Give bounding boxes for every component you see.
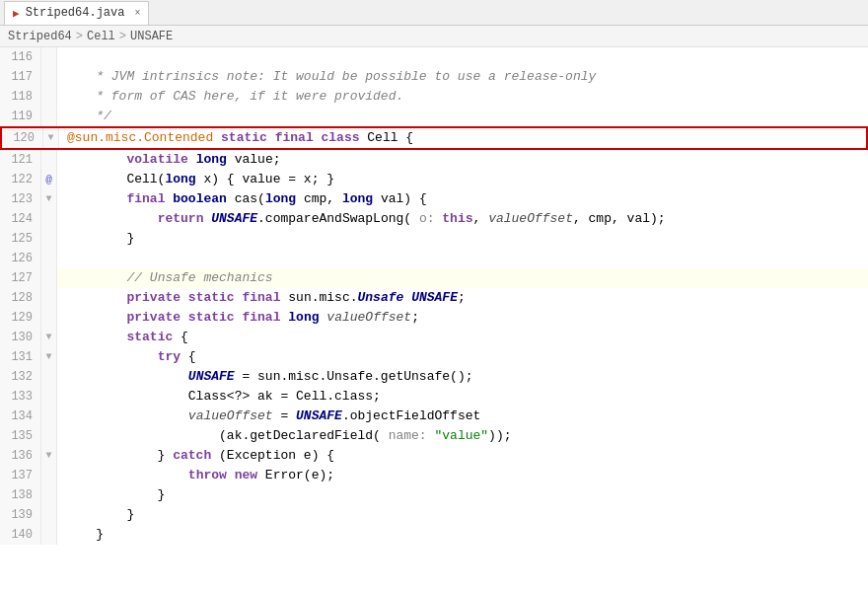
breadcrumb-part3[interactable]: UNSAFE [130,30,173,43]
table-row: 117 * JVM intrinsics note: It would be p… [0,67,868,87]
line-number: 121 [0,150,41,170]
gutter-118 [41,87,57,107]
line-number: 116 [0,47,41,67]
table-row: 128 private static final sun.misc.Unsafe… [0,288,868,308]
line-number: 138 [0,485,41,505]
code-content-130: static { [57,328,868,347]
code-content-137: throw new Error(e); [57,466,868,485]
line-number: 137 [0,466,41,485]
table-row: 119 */ [0,107,868,126]
code-content-120: @sun.misc.Contended static final class C… [59,128,866,148]
code-content-123: final boolean cas(long cmp, long val) { [57,189,868,209]
code-content-124: return UNSAFE.compareAndSwapLong( o: thi… [57,209,868,229]
fold-icon[interactable]: ▼ [45,189,51,209]
gutter-122: @ [41,170,57,189]
fold-icon[interactable]: ▼ [45,328,51,347]
table-row: 126 [0,249,868,268]
gutter-139 [41,505,57,525]
code-content-139: } [57,505,868,525]
code-content-122: Cell(long x) { value = x; } [57,170,868,189]
table-row: 140 } [0,525,868,545]
gutter-117 [41,67,57,87]
fold-icon[interactable]: ▼ [45,347,51,367]
line-number: 129 [0,308,41,328]
table-row: 125 } [0,229,868,249]
gutter-134 [41,407,57,426]
table-row: 116 [0,47,868,67]
table-row: 133 Class<?> ak = Cell.class; [0,387,868,407]
code-content-116 [57,47,868,67]
code-content-133: Class<?> ak = Cell.class; [57,387,868,407]
code-content-128: private static final sun.misc.Unsafe UNS… [57,288,868,308]
gutter-136: ▼ [41,446,57,466]
line-number: 125 [0,229,41,249]
file-tab[interactable]: ▶ Striped64.java × [4,1,149,25]
gutter-121 [41,150,57,170]
line-number: 134 [0,407,41,426]
table-row: 122 @ Cell(long x) { value = x; } [0,170,868,189]
code-content-121: volatile long value; [57,150,868,170]
code-content-132: UNSAFE = sun.misc.Unsafe.getUnsafe(); [57,367,868,387]
code-content-127: // Unsafe mechanics [57,268,868,288]
code-content-119: */ [57,107,868,126]
line-number: 126 [0,249,41,268]
code-content-136: } catch (Exception e) { [57,446,868,466]
line-number: 128 [0,288,41,308]
table-row: 132 UNSAFE = sun.misc.Unsafe.getUnsafe()… [0,367,868,387]
code-content-138: } [57,485,868,505]
breadcrumb-sep2: > [119,30,126,43]
gutter-133 [41,387,57,407]
table-row: 123 ▼ final boolean cas(long cmp, long v… [0,189,868,209]
table-row: 136 ▼ } catch (Exception e) { [0,446,868,466]
tab-close-button[interactable]: × [134,8,140,19]
gutter-138 [41,485,57,505]
gutter-130: ▼ [41,328,57,347]
fold-icon[interactable]: ▼ [47,128,53,148]
table-row: 127 // Unsafe mechanics [0,268,868,288]
table-row: 121 volatile long value; [0,150,868,170]
gutter-137 [41,466,57,485]
code-content-129: private static final long valueOffset; [57,308,868,328]
table-row: 137 throw new Error(e); [0,466,868,485]
line-number: 139 [0,505,41,525]
table-row: 138 } [0,485,868,505]
line-number: 118 [0,87,41,107]
table-row: 124 return UNSAFE.compareAndSwapLong( o:… [0,209,868,229]
line-number: 131 [0,347,41,367]
line-number: 133 [0,387,41,407]
breadcrumb-part2[interactable]: Cell [87,30,115,43]
java-file-icon: ▶ [13,7,20,20]
fold-icon[interactable]: ▼ [45,446,51,466]
line-number: 123 [0,189,41,209]
code-content-118: * form of CAS here, if it were provided. [57,87,868,107]
table-row: 135 (ak.getDeclaredField( name: "value")… [0,426,868,446]
line-number: 124 [0,209,41,229]
code-content-134: valueOffset = UNSAFE.objectFieldOffset [57,407,868,426]
line-number: 117 [0,67,41,87]
table-row: 134 valueOffset = UNSAFE.objectFieldOffs… [0,407,868,426]
line-number: 132 [0,367,41,387]
breadcrumb-sep1: > [76,30,83,43]
table-row: 118 * form of CAS here, if it were provi… [0,87,868,107]
line-number: 130 [0,328,41,347]
gutter-124 [41,209,57,229]
line-number: 140 [0,525,41,545]
gutter-132 [41,367,57,387]
gutter-127 [41,268,57,288]
table-row: 120 ▼ @sun.misc.Contended static final c… [0,126,868,150]
code-editor: 116 117 * JVM intrinsics note: It would … [0,47,868,593]
code-content-140: } [57,525,868,545]
breadcrumb-part1[interactable]: Striped64 [8,30,72,43]
gutter-119 [41,107,57,126]
line-number: 122 [0,170,41,189]
code-content-117: * JVM intrinsics note: It would be possi… [57,67,868,87]
table-row: 139 } [0,505,868,525]
gutter-123: ▼ [41,189,57,209]
line-number: 120 [2,128,43,148]
gutter-120: ▼ [43,128,59,148]
gutter-129 [41,308,57,328]
gutter-126 [41,249,57,268]
gutter-140 [41,525,57,545]
code-content-125: } [57,229,868,249]
gutter-128 [41,288,57,308]
